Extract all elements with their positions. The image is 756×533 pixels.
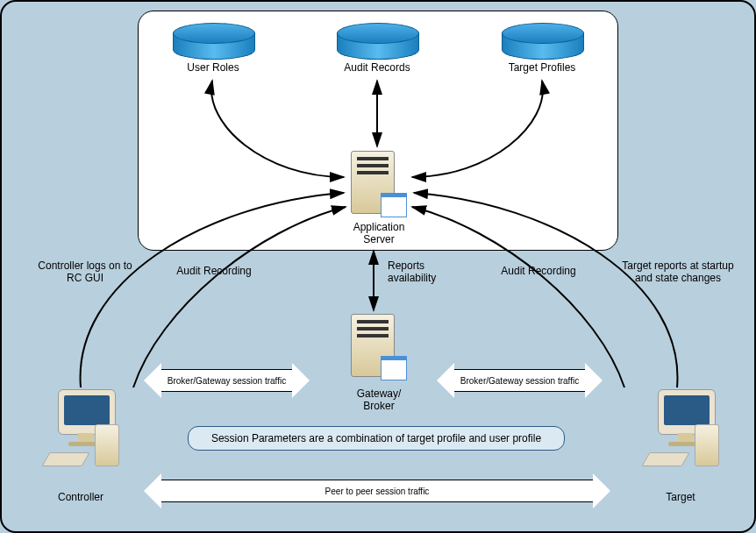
broker-traffic-right-arrow: Broker/Gateway session traffic [437, 363, 603, 398]
edge-controller-logs: Controller logs on to RC GUI [28, 259, 142, 284]
target-pc-icon [637, 389, 724, 477]
architecture-diagram: User Roles Audit Records Target Profiles… [0, 0, 756, 533]
broker-traffic-right-text: Broker/Gateway session traffic [460, 376, 579, 386]
application-server-label: Application Server [335, 221, 423, 245]
broker-traffic-left-arrow: Broker/Gateway session traffic [144, 363, 310, 398]
controller-label: Controller [46, 491, 116, 503]
edge-reports-avail: Reports availability [388, 259, 458, 284]
controller-pc-icon [37, 389, 125, 477]
db-target-profiles-label: Target Profiles [502, 61, 582, 74]
db-audit-records-label: Audit Records [337, 61, 417, 74]
application-server-icon [351, 151, 403, 221]
edge-audit-right: Audit Recording [495, 265, 582, 277]
gateway-broker-label: Gateway/ Broker [335, 387, 423, 412]
broker-traffic-left-text: Broker/Gateway session traffic [168, 376, 286, 386]
edge-audit-left: Audit Recording [170, 265, 258, 277]
db-user-roles-label: User Roles [173, 61, 253, 74]
edge-target-reports: Target reports at startup and state chan… [612, 259, 744, 284]
session-params-text: Session Parameters are a combination of … [211, 432, 541, 444]
session-params-note: Session Parameters are a combination of … [188, 426, 565, 451]
target-label: Target [654, 491, 707, 503]
peer-traffic-arrow: Peer to peer session traffic [144, 473, 610, 508]
peer-traffic-text: Peer to peer session traffic [325, 487, 430, 496]
gateway-broker-icon [351, 314, 403, 384]
